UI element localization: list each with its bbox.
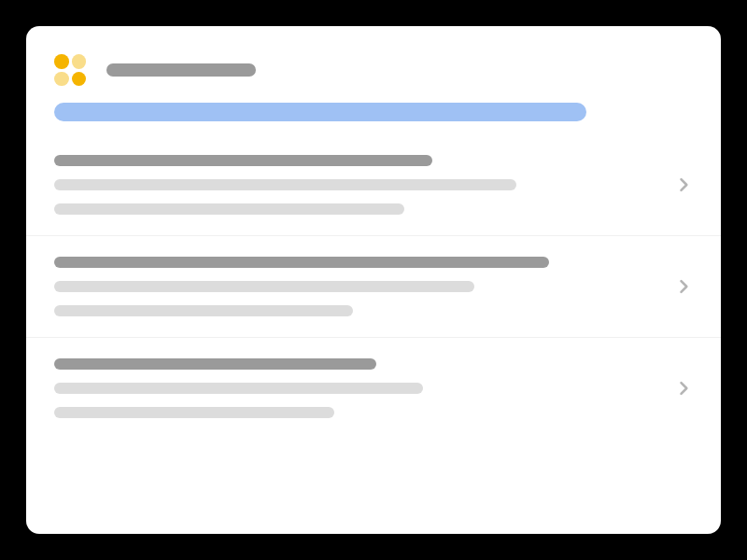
list-item-body-line xyxy=(54,179,516,190)
list-item[interactable] xyxy=(26,337,721,439)
results-list xyxy=(26,146,721,439)
app-logo-icon xyxy=(54,54,86,86)
card-header xyxy=(26,26,721,103)
list-item-body-line xyxy=(54,383,423,394)
list-item[interactable] xyxy=(26,146,721,235)
list-item-title xyxy=(54,358,376,370)
list-item-body-line xyxy=(54,203,404,215)
results-card xyxy=(26,26,721,534)
card-title xyxy=(106,63,256,77)
list-item-content xyxy=(54,155,655,215)
chevron-right-icon xyxy=(674,175,693,194)
list-item-body-line xyxy=(54,407,334,418)
list-item-body-line xyxy=(54,305,353,316)
list-item-title xyxy=(54,257,549,268)
list-item-content xyxy=(54,358,655,418)
list-item-body-line xyxy=(54,281,474,292)
chevron-right-icon xyxy=(674,277,693,296)
list-item-title xyxy=(54,155,432,166)
list-item-content xyxy=(54,257,655,316)
highlight-bar[interactable] xyxy=(54,103,586,121)
highlight-row xyxy=(26,103,721,129)
list-item[interactable] xyxy=(26,235,721,337)
chevron-right-icon xyxy=(674,379,693,398)
